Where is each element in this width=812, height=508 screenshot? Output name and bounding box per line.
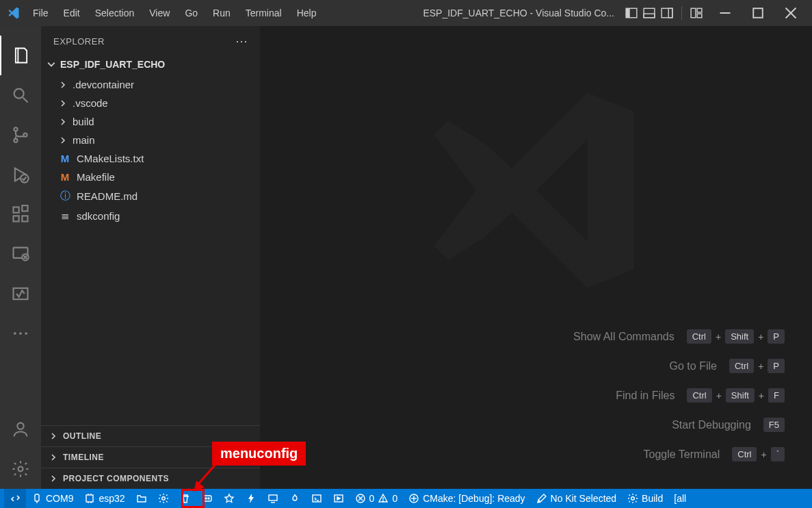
status-target[interactable]: esp32 xyxy=(79,489,130,508)
project-root[interactable]: ESP_IDF_UART_ECHO xyxy=(41,56,260,73)
file-item[interactable]: ⓘREADME.md xyxy=(41,186,260,206)
status-debug-icon[interactable] xyxy=(328,489,350,508)
svg-rect-44 xyxy=(269,495,277,500)
more-icon[interactable] xyxy=(0,314,41,353)
sidebar-title: EXPLORER xyxy=(53,36,105,47)
menu-file[interactable]: File xyxy=(33,8,49,18)
menu-edit[interactable]: Edit xyxy=(64,8,80,18)
menu-view[interactable]: View xyxy=(149,8,170,18)
panel-bottom-icon[interactable] xyxy=(643,7,655,19)
settings-gear-icon[interactable] xyxy=(0,449,41,489)
svg-point-17 xyxy=(23,133,27,136)
file-item[interactable]: ≣sdkconfig xyxy=(41,206,260,225)
customize-layout-icon[interactable] xyxy=(690,7,703,19)
cmake-file-icon: M xyxy=(59,153,71,164)
config-file-icon: ≣ xyxy=(59,209,71,222)
minimize-icon[interactable] xyxy=(719,7,731,19)
status-kit[interactable]: No Kit Selected xyxy=(531,489,623,508)
svg-point-29 xyxy=(19,332,22,335)
menu-help[interactable]: Help xyxy=(297,8,317,18)
explorer-icon[interactable] xyxy=(0,36,41,75)
svg-rect-22 xyxy=(22,205,27,211)
svg-point-13 xyxy=(14,89,24,99)
svg-rect-6 xyxy=(691,8,696,18)
status-bar: COM9 esp32 0 0 CMake: [Debug]: Ready No … xyxy=(0,489,812,508)
shortcut-row: Toggle Terminal Ctrl+` xyxy=(643,447,785,461)
folder-item[interactable]: build xyxy=(41,112,260,131)
svg-rect-10 xyxy=(753,8,763,18)
svg-point-15 xyxy=(14,127,17,131)
svg-rect-33 xyxy=(35,494,39,501)
extensions-icon[interactable] xyxy=(0,194,41,234)
svg-rect-4 xyxy=(662,8,672,18)
status-terminal-icon[interactable] xyxy=(306,489,328,508)
editor-area: Show All Commands Ctrl+Shift+P Go to Fil… xyxy=(260,26,812,489)
status-menuconfig-icon[interactable] xyxy=(153,489,174,508)
svg-rect-20 xyxy=(14,216,19,221)
file-item[interactable]: MCMakeLists.txt xyxy=(41,149,260,168)
file-tree: .devcontainer .vscode build main MCMakeL… xyxy=(41,73,260,228)
status-star-icon[interactable] xyxy=(218,489,240,508)
file-item[interactable]: MMakefile xyxy=(41,168,260,186)
sidebar-more-icon[interactable]: ⋯ xyxy=(235,34,248,49)
svg-line-14 xyxy=(23,98,28,103)
panel-right-icon[interactable] xyxy=(661,7,673,19)
remote-indicator[interactable] xyxy=(4,489,26,508)
menu-run[interactable]: Run xyxy=(213,8,231,18)
maximize-icon[interactable] xyxy=(752,7,764,19)
shortcut-label: Find in Files xyxy=(616,390,675,402)
status-fire-icon[interactable] xyxy=(284,489,306,508)
shortcut-row: Show All Commands Ctrl+Shift+P xyxy=(573,329,785,344)
shortcut-label: Go to File xyxy=(670,360,717,372)
project-components-section[interactable]: PROJECT COMPONENTS xyxy=(41,468,260,489)
svg-rect-3 xyxy=(644,14,655,18)
shortcut-row: Find in Files Ctrl+Shift+F xyxy=(616,388,785,403)
vscode-watermark-icon xyxy=(420,74,653,309)
svg-rect-5 xyxy=(668,8,672,18)
annotation-arrow-icon xyxy=(194,461,221,492)
status-monitor-icon[interactable] xyxy=(262,489,284,508)
search-icon[interactable] xyxy=(0,75,41,115)
source-control-icon[interactable] xyxy=(0,115,41,155)
menu-selection[interactable]: Selection xyxy=(95,8,135,18)
espressif-icon[interactable] xyxy=(0,274,41,314)
welcome-shortcuts: Show All Commands Ctrl+Shift+P Go to Fil… xyxy=(573,329,785,461)
folder-item[interactable]: .vscode xyxy=(41,94,260,112)
makefile-icon: M xyxy=(59,171,71,183)
svg-rect-19 xyxy=(14,207,19,213)
svg-point-16 xyxy=(14,139,17,142)
accounts-icon[interactable] xyxy=(0,409,41,449)
folder-item[interactable]: .devcontainer xyxy=(41,75,260,94)
layout-controls xyxy=(621,6,707,20)
run-debug-icon[interactable] xyxy=(0,155,41,194)
status-build-text[interactable]: Build xyxy=(622,489,668,508)
status-all[interactable]: [all xyxy=(668,489,692,508)
status-cmake[interactable]: CMake: [Debug]: Ready xyxy=(403,489,530,508)
svg-point-42 xyxy=(205,498,207,499)
remote-explorer-icon[interactable] xyxy=(0,234,41,274)
status-errors-warnings[interactable]: 0 0 xyxy=(350,489,404,508)
status-folder-icon[interactable] xyxy=(131,489,153,508)
shortcut-row: Go to File Ctrl+P xyxy=(670,359,785,373)
panel-left-icon[interactable] xyxy=(625,7,638,19)
svg-rect-8 xyxy=(697,14,702,18)
annotation-label: menuconfig xyxy=(212,442,306,466)
window-title: ESP_IDF_UART_ECHO - Visual Studio Co... xyxy=(316,8,621,18)
shortcut-label: Start Debugging xyxy=(672,419,751,431)
close-icon[interactable] xyxy=(785,7,797,19)
status-port[interactable]: COM9 xyxy=(26,489,79,508)
svg-point-31 xyxy=(17,423,23,429)
window-controls xyxy=(707,7,812,19)
status-clean-icon[interactable] xyxy=(174,489,196,508)
project-name: ESP_IDF_UART_ECHO xyxy=(60,59,165,70)
svg-point-32 xyxy=(18,467,23,472)
folder-item[interactable]: main xyxy=(41,131,260,149)
svg-rect-41 xyxy=(203,496,211,501)
status-flash-icon[interactable] xyxy=(240,489,262,508)
menu-terminal[interactable]: Terminal xyxy=(246,8,282,18)
menu-go[interactable]: Go xyxy=(185,8,198,18)
shortcut-row: Start Debugging F5 xyxy=(672,418,785,432)
status-build-icon[interactable] xyxy=(196,489,218,508)
svg-rect-21 xyxy=(22,216,27,221)
svg-rect-2 xyxy=(644,8,655,18)
